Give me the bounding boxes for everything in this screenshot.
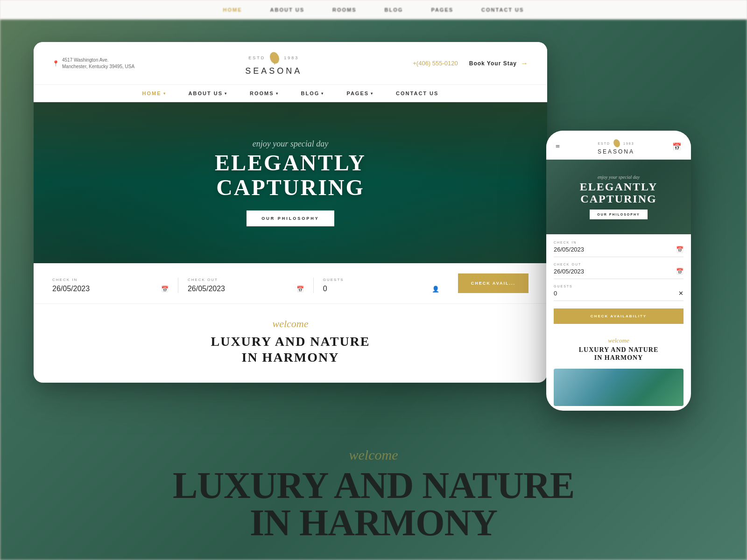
mobile-calendar-icon[interactable]: 📅 [672, 142, 682, 151]
chevron-down-icon: ▾ [321, 91, 324, 96]
mobile-brand-name: SEASONA [598, 148, 634, 155]
header-right: +(406) 555-0120 Book Your Stay → [413, 59, 529, 68]
guests-field: GUESTS 0 👤 [323, 278, 449, 293]
mobile-welcome-line2: IN HARMONY [554, 354, 684, 362]
welcome-script: welcome [52, 318, 529, 330]
chevron-down-icon: ▾ [163, 91, 166, 96]
bg-nav: HOME ABOUT US ROOMS BLOG PAGES CONTACT U… [0, 0, 747, 20]
header-logo: ESTD 1983 SEASONA [245, 50, 302, 76]
hero-title: ELEGANTLY CAPTURING [215, 151, 366, 200]
chevron-down-icon: ▾ [371, 91, 374, 96]
page-bottom-line2: IN HARMONY [173, 504, 574, 541]
leaf-logo-icon [267, 50, 282, 65]
welcome-headline: LUXURY AND NATURE IN HARMONY [52, 334, 529, 365]
hero-title-line2: CAPTURING [215, 175, 366, 200]
bg-nav-home: HOME [223, 7, 242, 13]
nav-pages-label: PAGES [346, 91, 369, 96]
address-line1: 4517 Washington Ave. [62, 57, 134, 63]
welcome-line1: LUXURY AND NATURE [52, 334, 529, 350]
mobile-estd-label: ESTD [598, 142, 610, 145]
calendar-icon[interactable]: 📅 [296, 286, 304, 293]
mobile-estd: ESTD 1983 [598, 138, 634, 148]
mobile-guests-value: 0 ✕ [554, 290, 684, 297]
nav-about[interactable]: ABOUT US ▾ [189, 91, 227, 96]
checkout-field: CHECK OUT 26/05/2023 📅 [188, 278, 314, 293]
nav-rooms[interactable]: ROOMS ▾ [250, 91, 279, 96]
mobile-guests-label: GUESTS [554, 285, 684, 288]
mobile-checkout-date: 26/05/2023 [554, 268, 584, 275]
bg-nav-blog: BLOG [385, 7, 403, 13]
bg-nav-contact: CONTACT US [481, 7, 524, 13]
phone-number[interactable]: +(406) 555-0120 [413, 60, 458, 67]
mobile-guests-field: GUESTS 0 ✕ [554, 285, 684, 301]
mobile-calendar-icon[interactable]: 📅 [676, 268, 684, 275]
booking-bar: CHECK IN 26/05/2023 📅 CHECK OUT 26/05/20… [34, 263, 547, 304]
hero-script: enjoy your special day [253, 139, 328, 149]
estd-line: ESTD 1983 [248, 50, 299, 65]
mobile-checkin-value: 26/05/2023 📅 [554, 246, 684, 253]
bg-nav-rooms: ROOMS [332, 7, 357, 13]
mobile-close-icon: ✕ [678, 290, 684, 297]
mobile-welcome: welcome LUXURY AND NATURE IN HARMONY [546, 330, 691, 369]
mobile-hero-line2: CAPTURING [580, 193, 658, 205]
guests-value: 0 👤 [323, 285, 439, 293]
checkout-date: 26/05/2023 [188, 285, 225, 293]
calendar-icon[interactable]: 📅 [161, 286, 169, 293]
nav-blog[interactable]: BLOG ▾ [301, 91, 324, 96]
our-philosophy-button[interactable]: OUR PHILOSOPHY [247, 210, 334, 226]
mobile-estd-year: 1983 [623, 142, 634, 145]
brand-name: SEASONA [245, 66, 302, 76]
desktop-nav: HOME ▾ ABOUT US ▾ ROOMS ▾ BLOG ▾ PAGES ▾… [34, 85, 547, 102]
mobile-welcome-script: welcome [554, 337, 684, 344]
page-bottom-headline: LUXURY AND NATURE IN HARMONY [173, 467, 574, 541]
check-availability-button[interactable]: CHECK AVAIL... [458, 273, 529, 293]
guests-label: GUESTS [323, 278, 439, 282]
bg-nav-about: ABOUT US [270, 7, 304, 13]
mobile-booking: CHECK IN 26/05/2023 📅 CHECK OUT 26/05/20… [546, 234, 691, 330]
mobile-our-philosophy-button[interactable]: OUR PHILOSOPHY [590, 210, 647, 219]
header-address: 📍 4517 Washington Ave. Manchester, Kentu… [52, 57, 134, 70]
chevron-down-icon: ▾ [225, 91, 227, 96]
nav-home[interactable]: HOME ▾ [142, 91, 166, 96]
mobile-welcome-line1: LUXURY AND NATURE [554, 346, 684, 354]
mobile-mockup: ≡ ESTD 1983 SEASONA 📅 enjoy your special… [546, 131, 691, 411]
mobile-hero-script: enjoy your special day [598, 175, 640, 180]
mobile-checkout-value: 26/05/2023 📅 [554, 268, 684, 275]
nav-contact[interactable]: CONTACT US [396, 91, 438, 96]
page-bottom-line1: LUXURY AND NATURE [173, 467, 574, 504]
checkin-field: CHECK IN 26/05/2023 📅 [52, 278, 178, 293]
bg-nav-pages: PAGES [431, 7, 453, 13]
mobile-check-availability-button[interactable]: CHECK AVAILABILITY [554, 308, 684, 324]
checkout-value: 26/05/2023 📅 [188, 285, 304, 293]
welcome-line2: IN HARMONY [52, 350, 529, 365]
mobile-checkin-label: CHECK IN [554, 241, 684, 244]
checkin-value: 26/05/2023 📅 [52, 285, 169, 293]
nav-contact-label: CONTACT US [396, 91, 438, 96]
mobile-welcome-headline: LUXURY AND NATURE IN HARMONY [554, 346, 684, 362]
checkout-label: CHECK OUT [188, 278, 304, 282]
page-bottom-section: welcome LUXURY AND NATURE IN HARMONY [0, 420, 747, 560]
mobile-logo: ESTD 1983 SEASONA [598, 138, 634, 155]
chevron-down-icon: ▾ [276, 91, 279, 96]
nav-pages[interactable]: PAGES ▾ [346, 91, 374, 96]
mobile-hero-image [554, 369, 684, 406]
arrow-icon: → [521, 59, 529, 68]
estd-label: ESTD [248, 56, 265, 60]
desktop-hero: enjoy your special day ELEGANTLY CAPTURI… [34, 102, 547, 263]
nav-blog-label: BLOG [301, 91, 320, 96]
mobile-hero-title: ELEGANTLY CAPTURING [580, 181, 658, 205]
mobile-checkout-field: CHECK OUT 26/05/2023 📅 [554, 263, 684, 279]
nav-about-label: ABOUT US [189, 91, 223, 96]
hamburger-icon[interactable]: ≡ [556, 142, 560, 151]
book-stay-button[interactable]: Book Your Stay → [469, 59, 529, 68]
desktop-mockup: 📍 4517 Washington Ave. Manchester, Kentu… [34, 42, 547, 383]
person-icon: 👤 [432, 286, 439, 293]
mobile-calendar-icon[interactable]: 📅 [676, 246, 684, 253]
desktop-header: 📍 4517 Washington Ave. Manchester, Kentu… [34, 42, 547, 85]
checkin-label: CHECK IN [52, 278, 169, 282]
page-bottom-script: welcome [349, 447, 398, 463]
nav-rooms-label: ROOMS [250, 91, 274, 96]
welcome-section: welcome LUXURY AND NATURE IN HARMONY [34, 304, 547, 374]
mobile-checkout-label: CHECK OUT [554, 263, 684, 266]
mobile-checkin-field: CHECK IN 26/05/2023 📅 [554, 241, 684, 257]
